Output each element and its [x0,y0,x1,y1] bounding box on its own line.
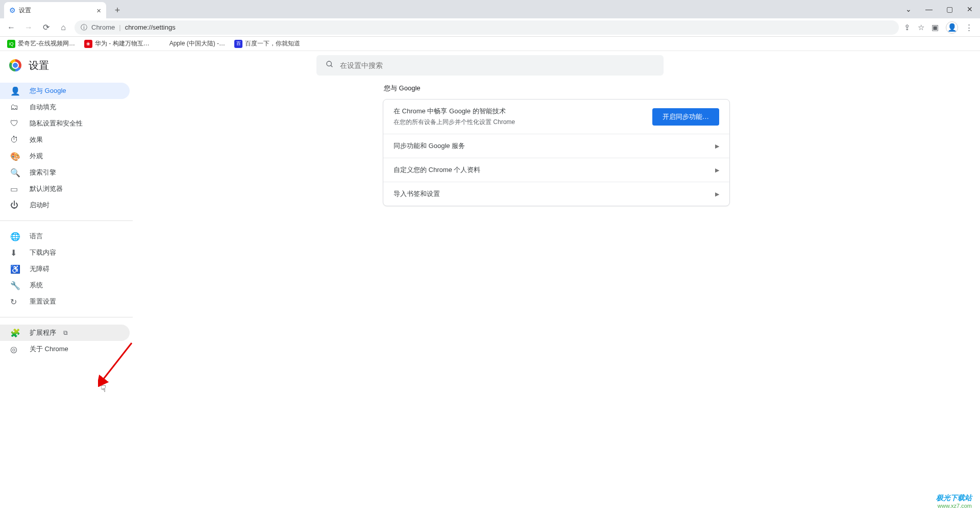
section-title: 您与 Google [384,84,730,93]
system-icon: 🔧 [10,281,19,290]
sidebar-item-label: 自动填充 [30,103,56,112]
row-customize-profile[interactable]: 自定义您的 Chrome 个人资料 ▶ [383,158,729,182]
sidebar-divider [0,220,133,221]
sidebar-item-system[interactable]: 🔧系统 [0,277,130,293]
sidebar-item-autofill[interactable]: 🗂自动填充 [0,99,130,115]
sidebar-item-extension[interactable]: 🧩扩展程序⧉ [0,325,130,341]
favicon-apple [159,40,167,48]
accessibility-icon: ♿ [10,264,19,274]
sidebar-divider [0,317,133,317]
open-external-icon: ⧉ [63,329,68,336]
language-icon: 🌐 [10,232,19,241]
settings-sidebar: 👤您与 Google🗂自动填充🛡隐私设置和安全性⏱效果🎨外观🔍搜索引擎▭默认浏览… [0,51,133,517]
home-button[interactable]: ⌂ [57,21,69,34]
settings-search[interactable] [316,55,664,76]
svg-line-1 [331,65,332,67]
url-main: chrome://settings [125,23,176,31]
browser-tab-strip: ⚙ 设置 × + ⌄ — ▢ ✕ [0,0,980,18]
sidebar-item-language[interactable]: 🌐语言 [0,228,130,244]
settings-search-input[interactable] [340,61,654,69]
sidebar-item-label: 下载内容 [30,248,56,257]
downloads-icon: ⬇ [10,248,19,258]
back-button[interactable]: ← [5,21,17,34]
browser-nav-bar: ← → ⟳ ⌂ ⓘ Chrome | chrome://settings ⇪ ☆… [0,18,980,37]
person-icon: 👤 [10,86,19,96]
sidebar-item-accessibility[interactable]: ♿无障碍 [0,261,130,277]
bookmark-star-icon[interactable]: ☆ [918,23,924,32]
sidebar-item-performance[interactable]: ⏱效果 [0,132,130,148]
site-info-icon[interactable]: ⓘ [81,23,87,32]
sync-promo-subtitle: 在您的所有设备上同步并个性化设置 Chrome [394,118,515,127]
extension-icon: 🧩 [10,328,19,338]
toolbar-right: ⇪ ☆ ▣ 👤 ⋮ [904,21,975,34]
svg-point-0 [327,61,331,66]
bookmark-iqiyi[interactable]: iQ 爱奇艺-在线视频网… [7,39,75,48]
sidebar-item-label: 外观 [30,152,43,161]
startup-icon: ⏻ [10,201,19,210]
sidebar-item-label: 效果 [30,135,43,144]
chevron-right-icon: ▶ [715,143,719,150]
forward-button[interactable]: → [22,21,35,34]
sync-promo-row: 在 Chrome 中畅享 Google 的智能技术 在您的所有设备上同步并个性化… [383,100,729,134]
settings-card: 在 Chrome 中畅享 Google 的智能技术 在您的所有设备上同步并个性化… [383,99,730,206]
bookmark-baidu[interactable]: 百 百度一下，你就知道 [234,39,300,48]
search-icon: 🔍 [10,168,19,178]
url-prefix: Chrome [91,23,115,31]
settings-title: 设置 [29,59,49,72]
sidebar-item-default[interactable]: ▭默认浏览器 [0,181,130,197]
sync-promo-title: 在 Chrome 中畅享 Google 的智能技术 [394,107,506,115]
sidebar-item-label: 隐私设置和安全性 [30,119,83,128]
sidebar-item-person[interactable]: 👤您与 Google [0,83,130,99]
tab-title: 设置 [19,6,31,15]
close-window-button[interactable]: ✕ [960,1,980,17]
browser-tab[interactable]: ⚙ 设置 × [4,2,106,18]
settings-main: 您与 Google 在 Chrome 中畅享 Google 的智能技术 在您的所… [133,51,980,517]
sidebar-item-label: 您与 Google [30,86,66,95]
sidebar-item-downloads[interactable]: ⬇下载内容 [0,244,130,261]
gear-icon: ⚙ [9,6,16,14]
bookmark-huawei[interactable]: ❀ 华为 - 构建万物互… [84,39,150,48]
enable-sync-button[interactable]: 开启同步功能… [652,108,719,126]
sidebar-item-label: 重置设置 [30,297,56,306]
minimize-button[interactable]: — [919,1,939,17]
sidebar-item-startup[interactable]: ⏻启动时 [0,197,130,213]
row-sync-services[interactable]: 同步功能和 Google 服务 ▶ [383,134,729,158]
autofill-icon: 🗂 [10,103,19,112]
close-tab-icon[interactable]: × [96,6,101,15]
sidebar-item-appearance[interactable]: 🎨外观 [0,148,130,164]
privacy-icon: 🛡 [10,119,19,128]
bookmark-bar: iQ 爱奇艺-在线视频网… ❀ 华为 - 构建万物互… Apple (中国大陆)… [0,37,980,51]
watermark: 极光下载站 www.xz7.com [936,494,972,509]
bookmark-apple[interactable]: Apple (中国大陆) -… [159,39,225,48]
address-bar[interactable]: ⓘ Chrome | chrome://settings [75,20,899,35]
reload-button[interactable]: ⟳ [40,21,52,34]
sidebar-item-reset[interactable]: ↻重置设置 [0,293,130,310]
performance-icon: ⏱ [10,135,19,144]
sidebar-item-label: 语言 [30,232,43,241]
about-icon: ◎ [10,344,19,354]
row-import-bookmarks[interactable]: 导入书签和设置 ▶ [383,182,729,206]
share-icon[interactable]: ⇪ [904,23,911,32]
sidebar-item-label: 关于 Chrome [30,344,68,354]
sidebar-item-about[interactable]: ◎关于 Chrome [0,341,130,357]
search-icon [326,60,334,70]
new-tab-button[interactable]: + [110,3,125,17]
maximize-button[interactable]: ▢ [939,1,960,17]
sidebar-item-label: 系统 [30,281,43,290]
favicon-baidu: 百 [234,40,242,48]
sidebar-item-label: 扩展程序 [30,328,56,337]
sidepanel-icon[interactable]: ▣ [932,23,939,32]
appearance-icon: 🎨 [10,152,19,161]
default-icon: ▭ [10,184,19,194]
menu-icon[interactable]: ⋮ [965,23,973,32]
chevron-right-icon: ▶ [715,191,719,198]
reset-icon: ↻ [10,297,19,307]
chevron-right-icon: ▶ [715,167,719,174]
settings-header: 设置 [0,51,980,80]
tab-search-icon[interactable]: ⌄ [898,1,919,17]
profile-avatar[interactable]: 👤 [946,21,958,34]
sidebar-item-label: 默认浏览器 [30,184,63,193]
favicon-iqiyi: iQ [7,40,15,48]
sidebar-item-search[interactable]: 🔍搜索引擎 [0,164,130,181]
sidebar-item-privacy[interactable]: 🛡隐私设置和安全性 [0,115,130,132]
